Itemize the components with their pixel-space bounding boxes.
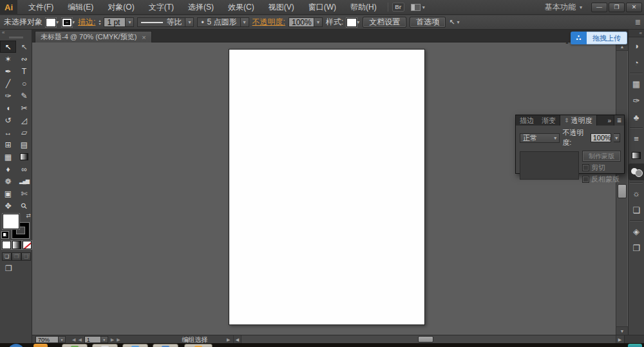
artboards-panel[interactable]: ❐ xyxy=(629,239,644,256)
width-profile-select[interactable]: 等比 xyxy=(137,17,185,27)
type-tool[interactable]: T xyxy=(16,65,32,77)
document-tab[interactable]: 未标题-4 @ 70% (CMYK/预览) × xyxy=(35,31,152,42)
minimize-button[interactable]: — xyxy=(591,3,607,12)
taskbar-item[interactable] xyxy=(122,344,148,347)
rotate-tool[interactable]: ↺ xyxy=(0,114,16,126)
taskbar-quicklaunch-icon[interactable] xyxy=(33,344,48,347)
pen-tool[interactable]: ✒ xyxy=(0,65,16,77)
menu-item-select[interactable]: 选择(S) xyxy=(181,0,221,15)
swap-fill-stroke-icon[interactable]: ⇄ xyxy=(26,212,31,219)
brush-definition-select[interactable]: • 5 点圆形 xyxy=(197,17,240,27)
perspective-grid-tool[interactable]: ▤ xyxy=(16,138,32,151)
taskbar-item[interactable] xyxy=(62,344,88,347)
blend-tool[interactable]: ∞ xyxy=(16,163,32,175)
pencil-tool[interactable]: ✎ xyxy=(16,89,32,102)
close-button[interactable]: ✕ xyxy=(626,3,642,12)
column-graph-tool[interactable]: ▂▄▆ xyxy=(16,175,32,187)
width-tool[interactable]: ↔ xyxy=(0,126,16,138)
dock-expand-icon[interactable]: « xyxy=(639,30,642,36)
panel-opacity-dropdown[interactable]: ▾ xyxy=(614,133,620,142)
artboard-number-dropdown[interactable]: ▾ xyxy=(101,336,108,343)
scale-tool[interactable]: ◿ xyxy=(16,114,32,126)
color-panel[interactable]: ◑ xyxy=(629,37,644,54)
horizontal-scroll-thumb[interactable] xyxy=(418,336,433,342)
color-guide-panel[interactable]: ◔ xyxy=(629,54,644,71)
gradient-tool[interactable] xyxy=(16,151,32,163)
bridge-button[interactable]: Br xyxy=(392,3,404,12)
tab-transparency[interactable]: ⇕ 透明度 xyxy=(560,115,597,126)
menu-item-type[interactable]: 文字(T) xyxy=(142,0,181,15)
blend-mode-select[interactable]: 正常 ▾ xyxy=(520,133,560,143)
toolbar-collapse-icon[interactable]: « xyxy=(2,30,5,36)
default-fill-stroke-icon[interactable] xyxy=(1,232,8,238)
brushes-panel[interactable]: ✑ xyxy=(629,92,644,109)
panel-collapse-icon[interactable]: » xyxy=(605,115,614,126)
gradient-panel[interactable] xyxy=(629,147,644,164)
selection-tool[interactable]: ↖ xyxy=(0,41,16,53)
slice-tool[interactable]: ✄ xyxy=(16,187,32,200)
menu-item-object[interactable]: 对象(O) xyxy=(100,0,141,15)
stroke-panel[interactable]: ≡ xyxy=(629,130,644,147)
invert-mask-checkbox[interactable] xyxy=(583,176,589,182)
document-setup-button[interactable]: 文档设置 xyxy=(363,17,406,28)
draw-normal-button[interactable]: ❏ xyxy=(2,252,12,261)
taskbar-start-orb[interactable] xyxy=(8,344,24,347)
shape-builder-tool[interactable]: ⊞ xyxy=(0,138,16,151)
artboard-tool[interactable]: ▣ xyxy=(0,187,16,200)
tab-stroke[interactable]: 描边 xyxy=(516,115,538,126)
toolbar-grip[interactable] xyxy=(9,37,23,39)
eyedropper-tool[interactable]: ♦ xyxy=(0,163,16,175)
style-swatch[interactable] xyxy=(346,18,357,27)
menu-item-view[interactable]: 视图(V) xyxy=(261,0,301,15)
first-artboard-icon[interactable]: ◀ xyxy=(72,337,75,342)
stroke-width-field[interactable]: 1 pt xyxy=(104,17,126,27)
next-artboard-icon[interactable]: ▶ xyxy=(111,337,114,342)
color-button[interactable] xyxy=(2,241,11,249)
symbol-sprayer-tool[interactable]: ❁ xyxy=(0,175,16,187)
line-segment-tool[interactable]: ╱ xyxy=(0,77,16,89)
graphic-styles-panel[interactable]: ❏ xyxy=(629,202,644,218)
free-transform-tool[interactable]: ▱ xyxy=(16,126,32,138)
draw-behind-button[interactable]: ❐ xyxy=(12,252,21,261)
stepper-down-icon[interactable]: ▾ xyxy=(99,23,100,26)
panel-opacity-field[interactable]: 100% xyxy=(591,133,611,142)
zoom-level-field[interactable]: 70% xyxy=(35,336,59,343)
prev-artboard-icon[interactable]: ◀ xyxy=(78,337,81,342)
taskbar-item[interactable] xyxy=(184,344,213,347)
hand-tool[interactable]: ✥ xyxy=(0,200,16,212)
select-similar-caret[interactable]: ▾ xyxy=(457,19,460,25)
arrange-documents-icon[interactable]: ▾ xyxy=(411,4,425,11)
stroke-color-swatch[interactable] xyxy=(62,18,72,27)
tab-close-icon[interactable]: × xyxy=(142,33,146,41)
opacity-panel-link[interactable]: 不透明度: xyxy=(252,17,285,28)
fill-indicator[interactable] xyxy=(3,214,19,229)
vertical-scrollbar[interactable]: ▲ ▼ xyxy=(616,42,627,335)
opacity-field[interactable]: 100% xyxy=(289,17,314,27)
last-artboard-icon[interactable]: ▶ xyxy=(117,337,120,342)
stroke-panel-link[interactable]: 描边: xyxy=(78,17,95,28)
stroke-width-stepper[interactable]: ▴ ▾ xyxy=(99,19,100,26)
layers-panel[interactable]: ◈ xyxy=(629,223,644,239)
ellipse-tool[interactable]: ○ xyxy=(16,77,32,89)
preferences-button[interactable]: 首选项 xyxy=(410,17,446,28)
symbols-panel[interactable]: ♣ xyxy=(629,109,644,126)
taskbar-tray-icon[interactable] xyxy=(628,344,642,347)
none-button[interactable] xyxy=(23,241,32,249)
status-flyout-icon[interactable]: ▶ xyxy=(227,337,230,342)
scissors-tool[interactable]: ✂ xyxy=(16,102,32,114)
panel-menu-icon[interactable]: ≣ xyxy=(614,115,624,126)
menu-item-window[interactable]: 窗口(W) xyxy=(301,0,343,15)
restore-button[interactable]: ❐ xyxy=(609,3,625,12)
select-similar-icon[interactable]: ↖ xyxy=(449,18,455,26)
brush-definition-dropdown[interactable]: ▾ xyxy=(241,17,249,27)
vertical-scroll-thumb[interactable] xyxy=(618,184,627,198)
draw-inside-button[interactable]: ❑ xyxy=(21,252,31,261)
fill-color-caret-icon[interactable]: ▾ xyxy=(56,19,59,25)
magic-wand-tool[interactable]: ✶ xyxy=(0,53,16,65)
make-mask-button[interactable]: 制作蒙版 xyxy=(583,151,620,161)
blob-brush-tool[interactable]: ◖ xyxy=(0,102,16,114)
menu-item-edit[interactable]: 编辑(E) xyxy=(61,0,100,15)
stroke-color-caret-icon[interactable]: ▾ xyxy=(72,19,75,25)
menu-item-file[interactable]: 文件(F) xyxy=(21,0,61,15)
zoom-tool[interactable]: ⚲ xyxy=(16,200,32,212)
